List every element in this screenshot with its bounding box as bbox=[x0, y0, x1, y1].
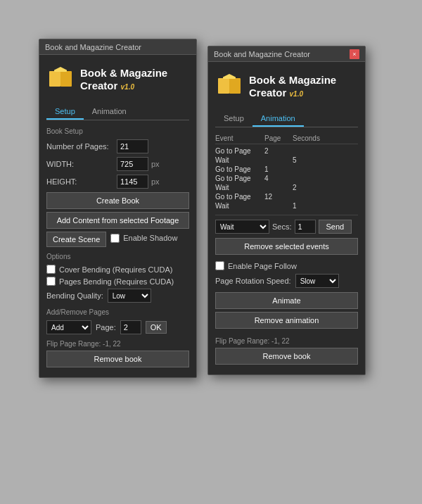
book-icon-2 bbox=[215, 73, 243, 101]
create-scene-row: Create Scene Enable Shadow bbox=[46, 232, 189, 247]
bending-quality-select[interactable]: Low Medium High bbox=[108, 289, 151, 303]
add-remove-section: Add/Remove Pages Add Remove Page: OK bbox=[46, 308, 189, 334]
remove-animation-button[interactable]: Remove animation bbox=[215, 312, 358, 329]
width-unit: px bbox=[151, 160, 160, 168]
anim-row: Go to Page 1 bbox=[215, 165, 358, 174]
anim-row: Wait 5 bbox=[215, 156, 358, 165]
bending-quality-label: Bending Quality: bbox=[46, 291, 103, 300]
enable-shadow-checkbox[interactable] bbox=[110, 234, 120, 243]
pages-row: Number of Pages: bbox=[46, 139, 189, 153]
event-type-select[interactable]: Wait Go to Page bbox=[215, 220, 269, 234]
svg-rect-0 bbox=[49, 71, 60, 87]
create-scene-button[interactable]: Create Scene bbox=[46, 232, 106, 247]
secs-input[interactable] bbox=[295, 220, 316, 234]
add-content-button[interactable]: Add Content from selected Footage bbox=[46, 212, 189, 229]
anim-row: Go to Page 12 bbox=[215, 192, 358, 201]
tab-setup-2[interactable]: Setup bbox=[215, 111, 252, 127]
pages-input[interactable] bbox=[117, 139, 148, 153]
svg-rect-4 bbox=[218, 78, 229, 94]
remove-events-button[interactable]: Remove selected events bbox=[215, 238, 358, 255]
enable-shadow-label[interactable]: Enable Shadow bbox=[110, 234, 177, 243]
logo-text-1: Book & Magazine Creator v1.0 bbox=[80, 67, 167, 92]
titlebar-text-1: Book and Magazine Creator bbox=[45, 43, 141, 51]
width-input[interactable] bbox=[117, 157, 148, 171]
book-setup-label: Book Setup bbox=[46, 127, 189, 135]
tab-bar-2: Setup Animation bbox=[215, 111, 358, 127]
anim-row: Go to Page 4 bbox=[215, 174, 358, 183]
svg-marker-7 bbox=[224, 74, 235, 77]
pages-bending-checkbox[interactable] bbox=[46, 277, 56, 286]
ok-button[interactable]: OK bbox=[146, 321, 167, 334]
pages-bending-label[interactable]: Pages Bending (Requires CUDA) bbox=[46, 277, 189, 286]
logo-area-1: Book & Magazine Creator v1.0 bbox=[46, 62, 189, 97]
anim-row: Wait 1 bbox=[215, 201, 358, 210]
svg-rect-6 bbox=[223, 77, 236, 79]
send-row: Wait Go to Page Secs: Send bbox=[215, 220, 358, 234]
logo-text-2: Book & Magazine Creator v1.0 bbox=[249, 74, 336, 99]
height-input[interactable] bbox=[117, 175, 148, 189]
cover-bending-checkbox[interactable] bbox=[46, 265, 56, 274]
anim-rows-container: Go to Page 2 Wait 5 Go to Page 1 Go to P… bbox=[215, 146, 358, 210]
window-animation: Book and Magazine Creator × Book & Magaz… bbox=[207, 46, 366, 375]
svg-rect-1 bbox=[60, 71, 72, 87]
cover-bending-label[interactable]: Cover Bending (Requires CUDA) bbox=[46, 265, 189, 274]
svg-rect-2 bbox=[54, 70, 67, 72]
rotation-speed-row: Page Rotation Speed: Slow Medium Fast bbox=[215, 274, 358, 288]
page-inline-label: Page: bbox=[96, 323, 116, 332]
width-row: WIDTH: px bbox=[46, 157, 189, 171]
col-seconds: Seconds bbox=[293, 134, 335, 142]
logo-area-2: Book & Magazine Creator v1.0 bbox=[215, 69, 358, 104]
close-button[interactable]: × bbox=[350, 49, 359, 59]
book-icon-1 bbox=[46, 65, 75, 94]
col-page: Page bbox=[264, 134, 293, 142]
enable-follow-checkbox[interactable] bbox=[215, 261, 224, 270]
height-row: HEIGHT: px bbox=[46, 175, 189, 189]
enable-follow-label[interactable]: Enable Page Follow bbox=[215, 261, 358, 270]
remove-book-button-1[interactable]: Remove book bbox=[46, 351, 189, 367]
bending-quality-row: Bending Quality: Low Medium High bbox=[46, 289, 189, 303]
anim-row: Wait 2 bbox=[215, 183, 358, 192]
rotation-speed-select[interactable]: Slow Medium Fast bbox=[295, 274, 339, 288]
anim-table-header: Event Page Seconds bbox=[215, 134, 358, 144]
titlebar-2: Book and Magazine Creator × bbox=[208, 46, 365, 62]
add-remove-select[interactable]: Add Remove bbox=[46, 320, 91, 334]
add-remove-row: Add Remove Page: OK bbox=[46, 320, 189, 334]
col-event: Event bbox=[215, 134, 264, 142]
create-book-button[interactable]: Create Book bbox=[46, 192, 189, 209]
send-button[interactable]: Send bbox=[319, 220, 352, 234]
svg-rect-5 bbox=[229, 78, 241, 94]
animate-button[interactable]: Animate bbox=[215, 292, 358, 309]
svg-marker-3 bbox=[55, 67, 66, 70]
flip-range-1: Flip Page Range: -1, 22 bbox=[46, 340, 189, 348]
tab-animation-2[interactable]: Animation bbox=[252, 111, 304, 127]
options-section: Options Cover Bending (Requires CUDA) Pa… bbox=[46, 253, 189, 303]
options-label: Options bbox=[46, 253, 189, 260]
page-number-input[interactable] bbox=[120, 320, 141, 334]
tab-bar-1: Setup Animation bbox=[46, 104, 189, 120]
anim-row: Go to Page 2 bbox=[215, 146, 358, 156]
tab-setup-1[interactable]: Setup bbox=[46, 104, 84, 120]
flip-range-2: Flip Page Range: -1, 22 bbox=[215, 337, 358, 345]
width-label: WIDTH: bbox=[46, 160, 117, 168]
rotation-speed-label: Page Rotation Speed: bbox=[215, 277, 291, 285]
titlebar-1: Book and Magazine Creator bbox=[39, 39, 196, 55]
height-label: HEIGHT: bbox=[46, 177, 117, 186]
height-unit: px bbox=[151, 177, 160, 186]
secs-label: Secs: bbox=[272, 222, 292, 231]
divider-1 bbox=[215, 215, 358, 215]
remove-book-button-2[interactable]: Remove book bbox=[215, 348, 358, 365]
titlebar-text-2: Book and Magazine Creator bbox=[214, 50, 310, 58]
add-remove-label: Add/Remove Pages bbox=[46, 308, 189, 316]
tab-animation-1[interactable]: Animation bbox=[84, 104, 135, 120]
pages-label: Number of Pages: bbox=[46, 142, 117, 151]
window-setup: Book and Magazine Creator Book & Magazin… bbox=[39, 39, 197, 378]
